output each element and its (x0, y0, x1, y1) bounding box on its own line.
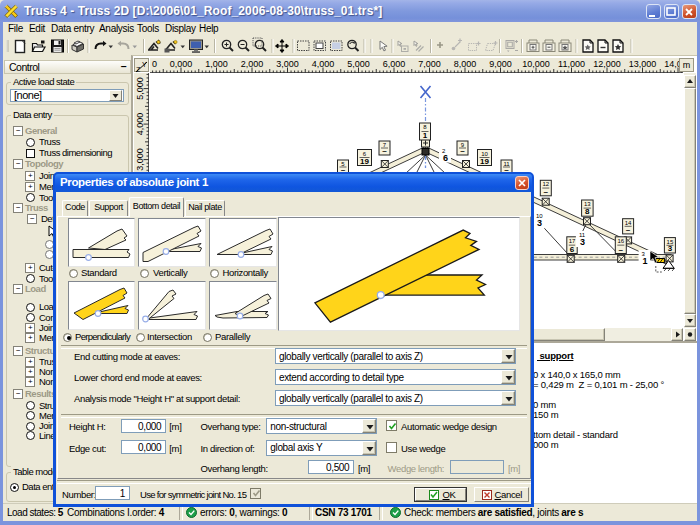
svg-text:1: 1 (423, 131, 428, 140)
svg-text:6: 6 (443, 153, 448, 163)
svg-text:3: 3 (668, 244, 673, 253)
svg-text:16: 16 (617, 238, 624, 244)
svg-text:3: 3 (580, 237, 585, 247)
svg-text:8: 8 (585, 207, 590, 216)
svg-text:–: – (382, 146, 387, 155)
svg-text:19: 19 (480, 157, 489, 166)
svg-text:1: 1 (643, 256, 648, 266)
svg-text:3: 3 (537, 218, 542, 228)
svg-text:0: 0 (152, 59, 157, 69)
svg-text:–: – (626, 225, 631, 234)
svg-text:19: 19 (360, 157, 369, 166)
svg-text:6: 6 (570, 245, 575, 254)
svg-text:–: – (460, 146, 465, 155)
svg-text:13: 13 (584, 201, 591, 207)
svg-text:Z: Z (136, 66, 141, 73)
svg-text:17: 17 (569, 238, 576, 244)
svg-text:–: – (619, 245, 624, 254)
svg-text:Y: Y (142, 61, 147, 68)
svg-text:–: – (544, 187, 549, 196)
